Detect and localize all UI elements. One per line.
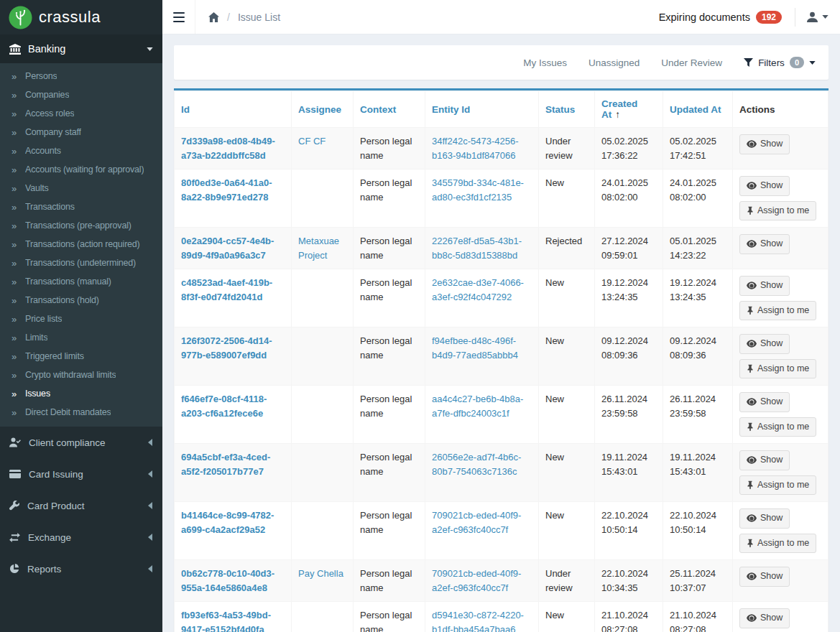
sidebar-section-exchange[interactable]: Exchange	[0, 521, 162, 553]
sidebar-item-price-lists[interactable]: »Price lists	[0, 310, 162, 328]
show-button[interactable]: Show	[739, 508, 790, 529]
sidebar-section-reports[interactable]: Reports	[0, 553, 162, 585]
assign-to-me-button[interactable]: Assign to me	[739, 534, 816, 554]
entity-id-link[interactable]: aa4c4c27-be6b-4b8a-a7fe-dfbc24003c1f	[432, 394, 523, 419]
sidebar-item-direct-debit-mandates[interactable]: »Direct Debit mandates	[0, 403, 162, 422]
sidebar-item-transactions-hold[interactable]: »Transactions (hold)	[0, 291, 162, 310]
sidebar-item-access-roles[interactable]: »Access roles	[0, 104, 162, 123]
sidebar-item-accounts[interactable]: »Accounts	[0, 141, 162, 160]
status-cell: New	[539, 602, 595, 632]
assign-to-me-button[interactable]: Assign to me	[739, 201, 816, 221]
eye-icon	[747, 572, 757, 580]
issue-id-link[interactable]: fb93ef63-4a53-49bd-9417-e5152bf4d0fa	[181, 610, 271, 632]
entity-id-link[interactable]: f94efbee-d48c-496f-b4d9-77aed85abbb4	[432, 335, 518, 361]
actions-cell: Show	[733, 560, 829, 602]
angle-double-right-icon: »	[11, 389, 22, 399]
column-header-context[interactable]: Context	[354, 91, 425, 128]
status-cell: Under review	[539, 560, 595, 602]
brand-logo[interactable]: crassula	[0, 0, 162, 34]
show-button[interactable]: Show	[739, 608, 790, 628]
expiring-documents-link[interactable]: Expiring documents 192	[646, 0, 795, 34]
show-button[interactable]: Show	[739, 276, 790, 296]
toolbar-link-my-issues[interactable]: My Issues	[523, 57, 567, 68]
sidebar-item-company-staff[interactable]: »Company staff	[0, 123, 162, 141]
show-button[interactable]: Show	[739, 234, 790, 254]
show-button[interactable]: Show	[739, 334, 790, 354]
assign-to-me-button[interactable]: Assign to me	[739, 301, 816, 321]
sidebar-item-persons[interactable]: »Persons	[0, 67, 162, 85]
home-icon[interactable]	[208, 12, 219, 22]
pin-icon	[747, 422, 754, 432]
sidebar-item-transactions-undetermined[interactable]: »Transactions (undetermined)	[0, 254, 162, 272]
sidebar-item-transactions-action-required[interactable]: »Transactions (action required)	[0, 235, 162, 254]
issue-id-link[interactable]: 0e2a2904-cc57-4e4b-89d9-4f9a0a96a3c7	[181, 236, 274, 261]
entity-id-link[interactable]: 34ff242c-5473-4256-b163-94b1df847066	[432, 136, 518, 161]
column-header-status[interactable]: Status	[539, 91, 595, 128]
show-button[interactable]: Show	[739, 392, 790, 412]
column-header-created-at[interactable]: Created At↑	[595, 91, 663, 128]
column-header-id[interactable]: Id	[175, 91, 292, 128]
column-header-assignee[interactable]: Assignee	[292, 91, 354, 128]
show-button[interactable]: Show	[739, 134, 790, 154]
sidebar-toggle-button[interactable]	[162, 0, 195, 34]
sidebar-section-card-issuing[interactable]: Card Issuing	[0, 458, 162, 490]
column-header-entity-id[interactable]: Entity Id	[425, 91, 539, 128]
entity-id-cell: 2e632cae-d3e7-4066-a3ef-c92f4c047292	[425, 269, 539, 327]
issue-id-link[interactable]: 694a5cbf-ef3a-4ced-a5f2-f205017b77e7	[181, 452, 270, 477]
issue-id-link[interactable]: 80f0ed3e-0a64-41a0-8a22-8b9e971ed278	[181, 177, 272, 203]
actions-cell: Show	[733, 228, 829, 269]
assignee-link[interactable]: Metaxuae Project	[298, 236, 339, 261]
table-body: 7d339a98-ed08-4b49-a73a-b22ddbffc58dCF C…	[175, 128, 829, 632]
issue-row: fb93ef63-4a53-49bd-9417-e5152bf4d0faPers…	[175, 602, 829, 632]
show-button[interactable]: Show	[739, 450, 790, 470]
angle-double-right-icon: »	[11, 108, 22, 119]
toolbar-link-unassigned[interactable]: Unassigned	[589, 57, 640, 68]
assignee-link[interactable]: CF CF	[298, 136, 326, 147]
issue-row: f646ef7e-08cf-4118-a203-cf6a12fece6ePers…	[175, 386, 829, 444]
id-cell: fb93ef63-4a53-49bd-9417-e5152bf4d0fa	[175, 602, 292, 632]
sidebar-item-transactions-manual[interactable]: »Transactions (manual)	[0, 272, 162, 291]
entity-id-link[interactable]: 709021cb-eded-40f9-a2ef-c963fc40cc7f	[432, 510, 521, 535]
issue-id-link[interactable]: b41464ce-8c99-4782-a699-c4a2acf29a52	[181, 510, 274, 535]
sidebar-item-triggered-limits[interactable]: »Triggered limits	[0, 347, 162, 366]
sidebar-item-vaults[interactable]: »Vaults	[0, 179, 162, 198]
sidebar-item-transactions[interactable]: »Transactions	[0, 198, 162, 216]
assignee-link[interactable]: Pay Chella	[298, 568, 343, 579]
sidebar-item-crypto-withdrawal-limits[interactable]: »Crypto withdrawal limits	[0, 366, 162, 384]
toolbar-link-under-review[interactable]: Under Review	[661, 57, 722, 68]
entity-id-link[interactable]: 709021cb-eded-40f9-a2ef-c963fc40cc7f	[432, 568, 521, 593]
sidebar-section-client-compliance[interactable]: Client compliance	[0, 427, 162, 458]
issue-id-link[interactable]: f646ef7e-08cf-4118-a203-cf6a12fece6e	[181, 394, 267, 419]
issue-id-link[interactable]: c48523ad-4aef-419b-8f3f-e0d74fd2041d	[181, 277, 272, 302]
sidebar-item-limits[interactable]: »Limits	[0, 328, 162, 347]
sidebar-item-issues[interactable]: »Issues	[0, 384, 162, 403]
user-menu-button[interactable]	[795, 0, 840, 34]
entity-id-link[interactable]: 26056e2e-ad7f-4b6c-80b7-754063c7136c	[432, 452, 521, 477]
sidebar-item-transactions-pre-approval[interactable]: »Transactions (pre-approval)	[0, 216, 162, 235]
chevron-down-icon	[809, 61, 816, 65]
entity-id-link[interactable]: 345579bd-334c-481e-ad80-ec3fd1cf2135	[432, 177, 524, 203]
actions-cell: ShowAssign to me	[733, 386, 829, 444]
issue-id-link[interactable]: 0b62c778-0c10-40d3-955a-164e5860a4e8	[181, 568, 274, 593]
show-button[interactable]: Show	[739, 176, 790, 196]
issue-id-link[interactable]: 126f3072-2506-4d14-977b-e589007ef9dd	[181, 335, 272, 361]
entity-id-cell: d5941e30-c872-4220-b1df-bba454a7baa6	[425, 602, 539, 632]
entity-id-link[interactable]: 22267e8f-d5a5-43b1-bb8c-5d83d15388bd	[432, 236, 522, 261]
exchange-arrows-icon	[9, 533, 20, 542]
filters-dropdown[interactable]: Filters 0	[744, 57, 816, 68]
assign-to-me-button[interactable]: Assign to me	[739, 359, 816, 379]
show-button[interactable]: Show	[739, 567, 790, 587]
eye-icon	[747, 240, 757, 248]
sidebar-item-accounts-waiting-for-approval[interactable]: »Accounts (waiting for approval)	[0, 160, 162, 179]
entity-id-link[interactable]: d5941e30-c872-4220-b1df-bba454a7baa6	[432, 610, 524, 632]
entity-id-link[interactable]: 2e632cae-d3e7-4066-a3ef-c92f4c047292	[432, 277, 524, 302]
sidebar-item-companies[interactable]: »Companies	[0, 85, 162, 104]
assignee-cell	[292, 386, 354, 444]
eye-icon	[747, 182, 757, 190]
column-header-updated-at[interactable]: Updated At	[663, 91, 733, 128]
assign-to-me-button[interactable]: Assign to me	[739, 417, 816, 437]
issue-id-link[interactable]: 7d339a98-ed08-4b49-a73a-b22ddbffc58d	[181, 136, 275, 161]
assign-to-me-button[interactable]: Assign to me	[739, 475, 816, 496]
sidebar-section-card-product[interactable]: Card Product	[0, 490, 162, 521]
sidebar-section-banking[interactable]: Banking	[0, 34, 162, 63]
